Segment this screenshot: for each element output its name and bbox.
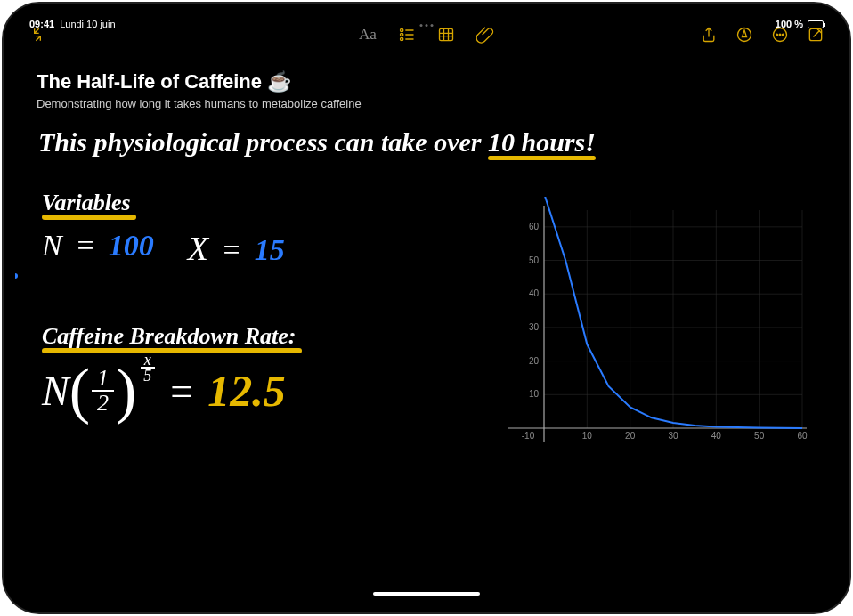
- variables-heading: Variables: [42, 190, 131, 216]
- svg-text:30: 30: [668, 431, 678, 441]
- note-canvas[interactable]: The Half-Life of Caffeine ☕ Demonstratin…: [15, 38, 838, 580]
- coffee-emoji: ☕: [267, 70, 291, 93]
- rate-section: Caffeine Breakdown Rate: N ( 1 2 ) x 5 =…: [42, 323, 297, 417]
- var-n-symbol: N: [42, 229, 62, 262]
- highlight-10-hours: 10 hours!: [488, 127, 596, 157]
- screen: 09:41 Lundi 10 juin 100 %: [15, 15, 838, 601]
- svg-text:20: 20: [625, 431, 636, 441]
- svg-point-3: [401, 33, 403, 36]
- ipad-frame: 09:41 Lundi 10 juin 100 %: [4, 4, 849, 612]
- svg-point-15: [779, 34, 781, 36]
- rate-heading: Caffeine Breakdown Rate:: [42, 323, 297, 350]
- var-x-value: 15: [255, 233, 285, 266]
- handwriting-headline: This physiological process can take over…: [38, 127, 596, 158]
- svg-point-1: [401, 28, 403, 31]
- svg-text:50: 50: [529, 255, 540, 265]
- var-x-symbol: X: [188, 230, 208, 267]
- app-toolbar: Aa: [15, 29, 838, 38]
- svg-text:60: 60: [529, 222, 540, 231]
- variables-section: Variables N = 100 X = 15: [42, 190, 285, 268]
- formula-result: 12.5: [207, 365, 286, 417]
- svg-text:60: 60: [797, 431, 808, 441]
- svg-text:-10: -10: [522, 431, 535, 441]
- svg-point-16: [783, 34, 784, 36]
- status-date: Lundi 10 juin: [60, 19, 115, 29]
- formula: N ( 1 2 ) x 5 = 12.5: [42, 364, 297, 417]
- home-indicator[interactable]: [373, 592, 480, 596]
- svg-text:30: 30: [529, 322, 540, 332]
- svg-point-14: [776, 34, 778, 36]
- svg-text:40: 40: [711, 431, 722, 441]
- note-subtitle: Demonstrating how long it takes humans t…: [37, 97, 816, 110]
- var-n-value: 100: [109, 229, 154, 262]
- svg-text:10: 10: [529, 389, 540, 399]
- svg-text:50: 50: [754, 431, 765, 441]
- note-title: The Half-Life of Caffeine ☕: [37, 70, 816, 93]
- svg-text:10: 10: [582, 431, 593, 441]
- svg-text:20: 20: [529, 356, 540, 366]
- decay-chart: 102030405060102030405060-10: [500, 197, 811, 446]
- svg-text:40: 40: [529, 288, 540, 298]
